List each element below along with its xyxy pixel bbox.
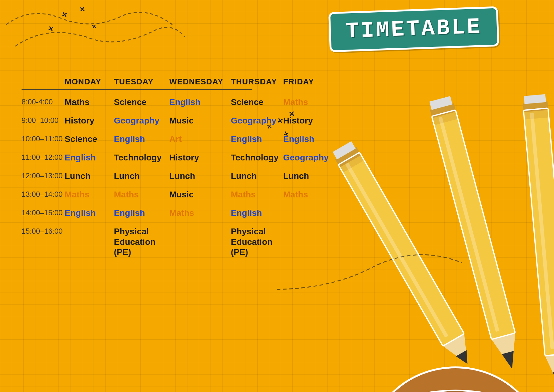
tuesday-header: TUESDAY xyxy=(114,77,169,87)
time-cell: 8:00-4:00 xyxy=(22,96,65,106)
subject-cell-tuesday: Science xyxy=(114,96,169,107)
subject-cell-wednesday: Art xyxy=(169,133,231,144)
svg-point-32 xyxy=(369,367,542,392)
thursday-header: THURSDAY xyxy=(231,77,283,87)
subject-cell-thursday: Geography xyxy=(231,114,283,126)
subject-cell-wednesday: Maths xyxy=(169,207,231,218)
header-separator xyxy=(22,89,252,90)
subject-cell-monday: Lunch xyxy=(65,170,114,181)
time-cell: 9:00–10:00 xyxy=(22,114,65,125)
subject-cell-monday: Science xyxy=(65,133,114,144)
subject-cell-monday: Maths xyxy=(65,188,114,200)
table-row: 10:00–11:00ScienceEnglishArtEnglishEngli… xyxy=(18,131,271,150)
subject-cell-tuesday: Maths xyxy=(114,188,169,200)
subject-cell-thursday: Physical Education (PE) xyxy=(231,225,283,257)
subject-cell-tuesday: Physical Education (PE) xyxy=(114,225,169,257)
svg-text:×: × xyxy=(61,9,68,19)
title-badge: TIMETABLE xyxy=(328,6,499,52)
subject-cell-wednesday xyxy=(169,225,231,226)
subject-cell-thursday: Lunch xyxy=(231,170,283,181)
subject-cell-wednesday: English xyxy=(169,96,231,107)
table-row: 12:00–13:00LunchLunchLunchLunchLunch xyxy=(18,168,271,187)
subject-cell-tuesday: English xyxy=(114,207,169,218)
time-cell: 15:00–16:00 xyxy=(22,225,65,236)
subject-cell-wednesday: Music xyxy=(169,188,231,200)
wednesday-header: WEDNESDAY xyxy=(169,77,231,87)
svg-text:×: × xyxy=(47,23,54,34)
day-headers: MONDAY TUESDAY WEDNESDAY THURSDAY FRIDAY xyxy=(18,77,271,87)
svg-rect-22 xyxy=(439,117,500,332)
subject-cell-wednesday: Lunch xyxy=(169,170,231,181)
svg-text:×: × xyxy=(91,22,97,31)
title-text: TIMETABLE xyxy=(345,14,482,44)
subject-cell-monday: English xyxy=(65,151,114,163)
table-row: 8:00-4:00MathsScienceEnglishScienceMaths xyxy=(18,95,271,113)
subject-cell-tuesday: Lunch xyxy=(114,170,169,181)
table-row: 15:00–16:00Physical Education (PE)Physic… xyxy=(18,224,271,259)
time-cell: 14:00–15:00 xyxy=(22,207,65,217)
svg-marker-27 xyxy=(552,371,554,389)
pencils-illustration xyxy=(277,84,554,392)
subject-cell-thursday: Maths xyxy=(231,188,283,200)
subject-cell-wednesday: History xyxy=(169,151,231,163)
timetable-container: MONDAY TUESDAY WEDNESDAY THURSDAY FRIDAY… xyxy=(18,77,271,259)
timetable-rows: 8:00-4:00MathsScienceEnglishScienceMaths… xyxy=(18,95,271,259)
time-cell: 11:00–12:00 xyxy=(22,151,65,162)
monday-header: MONDAY xyxy=(65,77,114,87)
subject-cell-monday xyxy=(65,225,114,226)
svg-text:×: × xyxy=(79,4,85,14)
time-cell: 12:00–13:00 xyxy=(22,170,65,180)
subject-cell-monday: English xyxy=(65,207,114,218)
table-row: 11:00–12:00EnglishTechnologyHistoryTechn… xyxy=(18,150,271,168)
subject-cell-thursday: English xyxy=(231,207,283,218)
subject-cell-wednesday: Music xyxy=(169,114,231,126)
svg-rect-14 xyxy=(345,163,448,338)
table-row: 13:00–14:00MathsMathsMusicMathsMaths xyxy=(18,187,271,205)
time-cell: 10:00–11:00 xyxy=(22,133,65,143)
subject-cell-tuesday: Technology xyxy=(114,151,169,163)
subject-cell-thursday: Science xyxy=(231,96,283,107)
subject-cell-monday: Maths xyxy=(65,96,114,107)
time-cell: 13:00–14:00 xyxy=(22,188,65,199)
table-row: 14:00–15:00EnglishEnglishMathsEnglish xyxy=(18,205,271,224)
subject-cell-thursday: Technology xyxy=(231,151,283,163)
subject-cell-thursday: English xyxy=(231,133,283,144)
subject-cell-tuesday: English xyxy=(114,133,169,144)
subject-cell-tuesday: Geography xyxy=(114,114,169,126)
table-row: 9:00–10:00HistoryGeographyMusicGeography… xyxy=(18,113,271,131)
svg-marker-26 xyxy=(545,354,554,390)
time-header xyxy=(22,77,65,87)
subject-cell-monday: History xyxy=(65,114,114,126)
svg-marker-19 xyxy=(502,351,518,370)
